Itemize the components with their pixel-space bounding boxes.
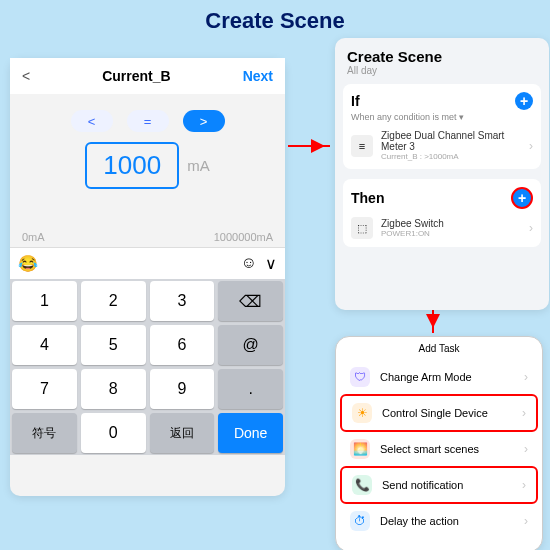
- cond-line2: Current_B : >1000mA: [381, 152, 521, 161]
- condition-row[interactable]: ≡ Zigbee Dual Channel Smart Meter 3 Curr…: [351, 130, 533, 161]
- arrow-down-icon: [432, 309, 434, 333]
- chevron-right-icon: ›: [524, 514, 528, 528]
- task-item[interactable]: 🛡Change Arm Mode›: [340, 360, 538, 394]
- meter-icon: ≡: [351, 135, 373, 157]
- smile-icon[interactable]: ☺: [241, 254, 257, 273]
- task-label: Select smart scenes: [380, 443, 514, 455]
- key-0[interactable]: 0: [81, 413, 146, 453]
- key-4[interactable]: 4: [12, 325, 77, 365]
- key-symbol[interactable]: 符号: [12, 413, 77, 453]
- key-9[interactable]: 9: [150, 369, 215, 409]
- task-icon: 📞: [352, 475, 372, 495]
- key-2[interactable]: 2: [81, 281, 146, 321]
- switch-icon: ⬚: [351, 217, 373, 239]
- scene-subtitle: All day: [347, 65, 541, 76]
- then-card: Then + ⬚ Zigbee Switch POWER1:ON ›: [343, 179, 541, 247]
- chevron-right-icon: ›: [524, 442, 528, 456]
- add-task-title: Add Task: [340, 343, 538, 354]
- act-line1: Zigbee Switch: [381, 218, 521, 229]
- if-card: If + When any condition is met ▾ ≡ Zigbe…: [343, 84, 541, 169]
- key-5[interactable]: 5: [81, 325, 146, 365]
- next-button[interactable]: Next: [243, 68, 273, 84]
- task-item[interactable]: ⏱Delay the action›: [340, 504, 538, 538]
- task-icon: ☀: [352, 403, 372, 423]
- key-at[interactable]: @: [218, 325, 283, 365]
- key-backspace[interactable]: ⌫: [218, 281, 283, 321]
- panel-a-title: Current_B: [102, 68, 170, 84]
- task-item[interactable]: 🌅Select smart scenes›: [340, 432, 538, 466]
- key-1[interactable]: 1: [12, 281, 77, 321]
- key-7[interactable]: 7: [12, 369, 77, 409]
- scene-panel: Create Scene All day If + When any condi…: [335, 38, 549, 310]
- comparison-ops: < = >: [10, 110, 285, 132]
- min-label: 0mA: [22, 231, 45, 243]
- if-subtitle[interactable]: When any condition is met ▾: [351, 112, 533, 122]
- key-return[interactable]: 返回: [150, 413, 215, 453]
- task-label: Change Arm Mode: [380, 371, 514, 383]
- chevron-right-icon: ›: [524, 370, 528, 384]
- task-label: Send notification: [382, 479, 512, 491]
- action-row[interactable]: ⬚ Zigbee Switch POWER1:ON ›: [351, 217, 533, 239]
- cond-line1: Zigbee Dual Channel Smart Meter 3: [381, 130, 521, 152]
- scene-title: Create Scene: [347, 48, 541, 65]
- page-title: Create Scene: [0, 8, 550, 34]
- keypad: 1 2 3 ⌫ 4 5 6 @ 7 8 9 . 符号 0 返回 Done: [10, 279, 285, 455]
- task-label: Delay the action: [380, 515, 514, 527]
- task-icon: ⏱: [350, 511, 370, 531]
- key-6[interactable]: 6: [150, 325, 215, 365]
- task-icon: 🌅: [350, 439, 370, 459]
- chevron-right-icon: ›: [522, 406, 526, 420]
- key-done[interactable]: Done: [218, 413, 283, 453]
- chevron-down-icon[interactable]: ∨: [265, 254, 277, 273]
- op-lt-button[interactable]: <: [71, 110, 113, 132]
- key-8[interactable]: 8: [81, 369, 146, 409]
- max-label: 1000000mA: [214, 231, 273, 243]
- chevron-right-icon: ›: [529, 221, 533, 235]
- unit-label: mA: [187, 157, 210, 174]
- key-dot[interactable]: .: [218, 369, 283, 409]
- op-eq-button[interactable]: =: [127, 110, 169, 132]
- then-title: Then: [351, 190, 384, 206]
- back-button[interactable]: <: [22, 68, 30, 84]
- input-panel: < Current_B Next < = > 1000 mA 0mA 10000…: [10, 58, 285, 496]
- act-line2: POWER1:ON: [381, 229, 521, 238]
- arrow-right-icon: [288, 145, 330, 147]
- add-condition-button[interactable]: +: [515, 92, 533, 110]
- add-action-button[interactable]: +: [511, 187, 533, 209]
- task-item[interactable]: 📞Send notification›: [340, 466, 538, 504]
- task-icon: 🛡: [350, 367, 370, 387]
- task-item[interactable]: ☀Control Single Device›: [340, 394, 538, 432]
- key-3[interactable]: 3: [150, 281, 215, 321]
- emoji-icon[interactable]: 😂: [18, 254, 38, 273]
- value-input[interactable]: 1000: [85, 142, 179, 189]
- add-task-panel: Add Task 🛡Change Arm Mode›☀Control Singl…: [335, 336, 543, 550]
- chevron-right-icon: ›: [529, 139, 533, 153]
- task-label: Control Single Device: [382, 407, 512, 419]
- op-gt-button[interactable]: >: [183, 110, 225, 132]
- chevron-right-icon: ›: [522, 478, 526, 492]
- if-title: If: [351, 93, 360, 109]
